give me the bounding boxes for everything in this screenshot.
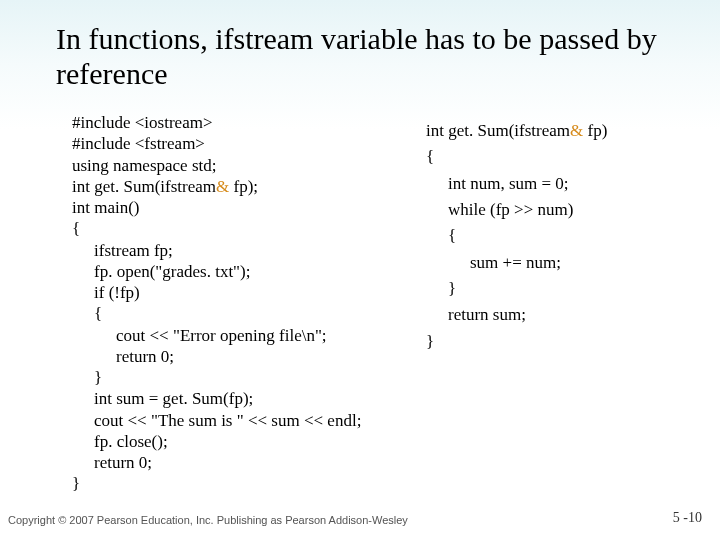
code-text: fp) [583,121,607,140]
code-line: } [426,329,690,355]
code-line: { [426,223,690,249]
code-line: int main() [72,197,402,218]
code-line: return 0; [72,452,402,473]
code-line: { [72,218,402,239]
code-line: ifstream fp; [72,240,402,261]
code-line: while (fp >> num) [426,197,690,223]
code-line: return sum; [426,302,690,328]
code-columns: #include <iostream> #include <fstream> u… [72,112,690,495]
slide: In functions, ifstream variable has to b… [0,0,720,540]
code-line: #include <iostream> [72,112,402,133]
code-line: int get. Sum(ifstream& fp) [426,118,690,144]
code-text: fp); [229,177,258,196]
code-text: int get. Sum(ifstream [72,177,216,196]
code-line: } [72,473,402,494]
code-line: sum += num; [426,250,690,276]
code-line: } [72,367,402,388]
code-text: int get. Sum(ifstream [426,121,570,140]
amp-highlight: & [570,121,583,140]
right-code-block: int get. Sum(ifstream& fp) { int num, su… [426,112,690,495]
page-number: 5 -10 [673,510,702,526]
code-line: int num, sum = 0; [426,171,690,197]
left-code-block: #include <iostream> #include <fstream> u… [72,112,402,495]
code-line: cout << "The sum is " << sum << endl; [72,410,402,431]
slide-title: In functions, ifstream variable has to b… [56,22,680,91]
code-line: int sum = get. Sum(fp); [72,388,402,409]
code-line: fp. close(); [72,431,402,452]
amp-highlight: & [216,177,229,196]
code-line: if (!fp) [72,282,402,303]
copyright-footer: Copyright © 2007 Pearson Education, Inc.… [8,514,408,526]
code-line: cout << "Error opening file\n"; [72,325,402,346]
code-line: fp. open("grades. txt"); [72,261,402,282]
code-line: { [426,144,690,170]
code-line: { [72,303,402,324]
code-line: #include <fstream> [72,133,402,154]
code-line: using namespace std; [72,155,402,176]
code-line: return 0; [72,346,402,367]
code-line: int get. Sum(ifstream& fp); [72,176,402,197]
code-line: } [426,276,690,302]
